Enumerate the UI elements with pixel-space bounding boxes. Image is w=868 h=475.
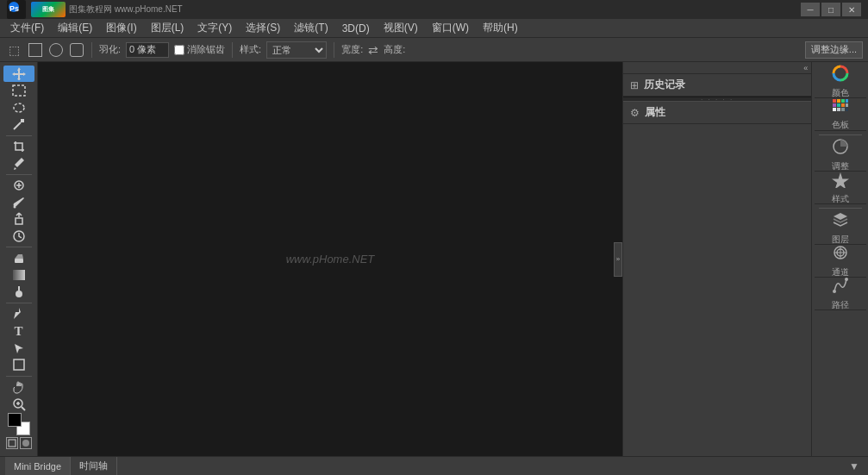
type-btn[interactable]: T — [3, 323, 34, 340]
title-bar: Ps 图集 图集教程网 www.pHome.NET ─ □ ✕ — [0, 0, 868, 19]
foreground-color-swatch[interactable] — [8, 413, 22, 427]
history-brush-btn[interactable] — [3, 228, 34, 245]
canvas-area: www.pHome.NET » — [38, 62, 622, 456]
svg-rect-7 — [21, 119, 24, 122]
title-bar-left: Ps 图集 图集教程网 www.pHome.NET — [7, 0, 183, 19]
main-layout: T — [0, 62, 868, 456]
path-select-btn[interactable] — [3, 340, 34, 356]
color-panel-btn[interactable]: 颜色 — [815, 66, 866, 98]
svg-rect-25 — [833, 99, 836, 103]
quick-mask-group — [6, 437, 32, 449]
menu-item-file[interactable]: 文件(F) — [3, 19, 51, 37]
color-icon — [832, 65, 849, 85]
hand-btn[interactable] — [3, 379, 34, 396]
paths-panel-btn[interactable]: 路径 — [815, 278, 866, 310]
menu-item-3d[interactable]: 3D(D) — [335, 21, 377, 36]
svg-rect-34 — [837, 108, 840, 111]
panel-main: « ⊞ 历史记录 · · · · · ⚙ 属性 — [623, 62, 812, 456]
svg-rect-13 — [15, 259, 23, 263]
minimize-button[interactable]: ─ — [801, 3, 820, 16]
collapse-panels-arrow[interactable]: « — [803, 64, 808, 72]
zoom-btn[interactable] — [3, 396, 34, 412]
menu-item-select[interactable]: 选择(S) — [239, 19, 287, 37]
options-separator-2 — [232, 42, 233, 58]
menu-item-layer[interactable]: 图层(L) — [144, 19, 191, 37]
timeline-tab[interactable]: 时间轴 — [71, 457, 117, 475]
svg-point-11 — [13, 205, 16, 208]
brush-btn[interactable] — [3, 194, 34, 210]
color-panel-label: 颜色 — [832, 87, 849, 99]
history-panel-title: 历史记录 — [644, 78, 685, 92]
svg-rect-27 — [841, 99, 845, 103]
history-panel-icon: ⊞ — [630, 79, 639, 91]
healing-btn[interactable] — [3, 178, 34, 194]
restore-button[interactable]: □ — [821, 3, 840, 16]
pen-btn[interactable] — [3, 306, 34, 322]
style-label: 样式: — [240, 43, 261, 56]
left-toolbar: T — [0, 62, 38, 456]
lasso-btn[interactable] — [3, 99, 34, 116]
standard-mode-btn[interactable] — [6, 437, 18, 449]
quick-mask-btn[interactable] — [20, 437, 32, 449]
channels-panel-btn[interactable]: 通道 — [815, 245, 866, 278]
svg-line-19 — [22, 407, 25, 410]
menu-item-edit[interactable]: 编辑(E) — [51, 19, 99, 37]
shape-btn[interactable] — [3, 357, 34, 373]
styles-panel-label: 样式 — [832, 193, 849, 205]
adjust-edge-button[interactable]: 调整边缘... — [805, 41, 863, 59]
eyedropper-btn[interactable] — [3, 155, 34, 172]
magic-wand-btn[interactable] — [3, 116, 34, 133]
crop-btn[interactable] — [3, 139, 34, 155]
right-panel: « ⊞ 历史记录 · · · · · ⚙ 属性 — [622, 62, 868, 456]
anti-alias-group: 消除锯齿 — [174, 43, 225, 56]
svg-point-43 — [845, 278, 848, 281]
menu-item-view[interactable]: 视图(V) — [377, 19, 425, 37]
collapse-canvas-btn[interactable]: » — [614, 242, 622, 277]
tool-separator-1 — [6, 135, 32, 136]
swap-icon[interactable]: ⇄ — [368, 43, 378, 57]
tool-separator-3 — [6, 247, 32, 247]
svg-rect-22 — [9, 440, 16, 447]
close-button[interactable]: ✕ — [842, 3, 861, 16]
styles-panel-btn[interactable]: 样式 — [815, 172, 866, 204]
feather-input[interactable] — [126, 42, 169, 58]
properties-panel-header[interactable]: ⚙ 属性 — [623, 102, 811, 124]
paths-panel-label: 路径 — [832, 299, 849, 311]
mini-bridge-tab[interactable]: Mini Bridge — [5, 457, 71, 475]
rectangular-marquee-btn[interactable] — [3, 83, 34, 99]
tool-separator-2 — [6, 174, 32, 175]
bottom-collapse-arrow[interactable]: ▼ — [846, 460, 863, 472]
move-tool-btn[interactable] — [3, 66, 34, 82]
options-separator-1 — [91, 42, 92, 58]
color-swatch-group — [6, 413, 32, 453]
clone-stamp-btn[interactable] — [3, 211, 34, 228]
menu-bar: 文件(F) 编辑(E) 图像(I) 图层(L) 文字(Y) 选择(S) 滤镜(T… — [0, 19, 868, 38]
layers-panel-btn[interactable]: 图层 — [815, 212, 866, 245]
menu-item-help[interactable]: 帮助(H) — [476, 19, 525, 37]
svg-rect-33 — [833, 108, 836, 111]
feather-label: 羽化: — [99, 43, 121, 56]
color-swatches — [8, 413, 30, 435]
properties-panel-icon: ⚙ — [630, 107, 640, 119]
menu-item-filter[interactable]: 滤镜(T) — [287, 19, 334, 37]
adjustments-panel-btn[interactable]: 调整 — [815, 139, 866, 172]
svg-rect-31 — [841, 103, 845, 107]
gradient-btn[interactable] — [3, 267, 34, 284]
swatches-icon — [832, 98, 849, 117]
menu-item-image[interactable]: 图像(I) — [99, 19, 143, 37]
menu-item-window[interactable]: 窗口(W) — [425, 19, 476, 37]
svg-rect-17 — [14, 359, 24, 370]
style-select[interactable]: 正常 固定比例 固定大小 — [266, 41, 327, 59]
options-bar: ⬚ 羽化: 消除锯齿 样式: 正常 固定比例 固定大小 宽度: ⇄ 高度: 调整… — [0, 38, 868, 62]
title-logo-area: 图集 图集教程网 www.pHome.NET — [31, 2, 183, 17]
layers-icon — [832, 211, 849, 232]
dodge-btn[interactable] — [3, 284, 34, 301]
history-panel-header[interactable]: ⊞ 历史记录 — [623, 74, 811, 97]
anti-alias-checkbox[interactable] — [174, 45, 184, 55]
canvas-watermark: www.pHome.NET — [286, 253, 375, 266]
eraser-btn[interactable] — [3, 250, 34, 266]
paths-icon — [832, 277, 849, 297]
menu-item-type[interactable]: 文字(Y) — [190, 19, 239, 37]
svg-rect-14 — [13, 270, 25, 280]
swatches-panel-btn[interactable]: 色板 — [815, 98, 866, 131]
